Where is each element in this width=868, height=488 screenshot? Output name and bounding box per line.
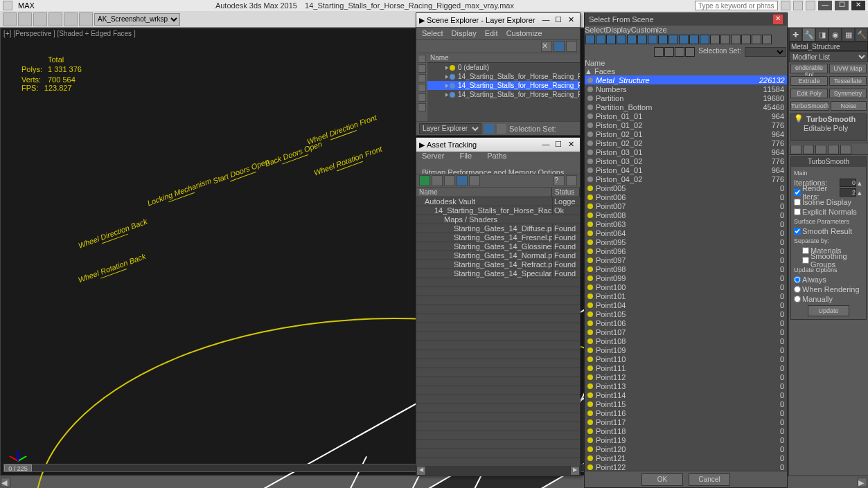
update-manual-radio[interactable] — [794, 296, 801, 302]
object-row[interactable]: Point1010 — [585, 291, 787, 300]
layer-row[interactable]: 14_Starting_Stalls_for_Horse_Racing_Rigg… — [427, 72, 580, 81]
refresh-icon[interactable] — [419, 175, 430, 186]
object-row[interactable]: Point1180 — [585, 426, 787, 435]
materials-check[interactable] — [802, 247, 809, 254]
object-row[interactable]: Point0080 — [585, 210, 787, 219]
object-row[interactable]: Point1050 — [585, 309, 787, 318]
tab-create[interactable]: ✚ — [789, 28, 802, 42]
update-button[interactable]: Update — [808, 305, 849, 316]
object-row[interactable]: Point1160 — [585, 408, 787, 417]
filter-geom-icon[interactable] — [418, 55, 426, 63]
save-icon[interactable] — [33, 12, 47, 26]
filter-icon[interactable] — [668, 35, 678, 44]
object-row[interactable]: Point0970 — [585, 255, 787, 264]
object-row[interactable]: Piston_02_01964 — [585, 129, 787, 138]
filter-icon[interactable] — [596, 35, 605, 44]
explicit-check[interactable] — [794, 208, 801, 215]
undo-icon[interactable] — [48, 12, 62, 26]
star-icon[interactable] — [793, 1, 803, 10]
search-input[interactable] — [695, 1, 778, 10]
object-row[interactable]: Point0950 — [585, 237, 787, 246]
sort-icon[interactable] — [566, 41, 577, 52]
asset-row[interactable]: Starting_Gates_14_Specular.pngFound — [416, 269, 580, 278]
object-row[interactable]: Point0630 — [585, 219, 787, 228]
modifier-stack[interactable]: 💡TurboSmooth Editable Poly — [790, 114, 867, 141]
maximize-button[interactable]: ☐ — [835, 1, 849, 10]
filter-shape-icon[interactable] — [418, 64, 426, 73]
minimize-button[interactable]: — — [540, 140, 552, 150]
filter-light-icon[interactable] — [418, 74, 426, 82]
object-row[interactable]: Point0060 — [585, 192, 787, 201]
object-row[interactable]: Point1000 — [585, 282, 787, 291]
cancel-button[interactable]: Cancel — [689, 473, 730, 486]
modifier-list-select[interactable]: Modifier List — [789, 51, 868, 62]
object-row[interactable]: Point0640 — [585, 228, 787, 237]
bulb-icon[interactable]: 💡 — [794, 114, 804, 123]
help-icon[interactable]: ? — [553, 175, 565, 186]
object-row[interactable]: Piston_04_01964 — [585, 165, 787, 174]
icon[interactable] — [432, 175, 443, 186]
ok-button[interactable]: OK — [641, 473, 683, 486]
filter-icon[interactable] — [617, 35, 626, 44]
scroll-left-icon[interactable]: ◀ — [1, 478, 10, 487]
unique-icon[interactable] — [815, 145, 826, 154]
asset-row[interactable]: Starting_Gates_14_Diffuse.pngFound — [416, 224, 580, 233]
col-name[interactable]: Name — [427, 53, 580, 62]
maximize-button[interactable]: ☐ — [552, 140, 565, 150]
col-name[interactable]: Name — [416, 188, 552, 197]
new-icon[interactable] — [3, 12, 17, 26]
object-row[interactable]: Point1080 — [585, 336, 787, 345]
mod-btn[interactable]: enderable Spl — [790, 64, 828, 73]
col-name[interactable]: Name — [585, 59, 787, 67]
object-row[interactable]: Point0070 — [585, 201, 787, 210]
menu-display[interactable]: Display — [606, 26, 631, 34]
object-row[interactable]: Partition19680 — [585, 93, 787, 102]
render-iters-field[interactable] — [840, 188, 856, 197]
mod-btn[interactable]: Extrude — [790, 76, 828, 86]
update-always-radio[interactable] — [794, 276, 801, 283]
update-render-radio[interactable] — [794, 286, 801, 293]
menu-display[interactable]: Display — [452, 29, 477, 37]
object-row[interactable]: Point0990 — [585, 273, 787, 282]
object-row[interactable]: Point1090 — [585, 345, 787, 354]
lock-icon[interactable] — [484, 124, 494, 134]
toolbar-icon[interactable] — [664, 47, 674, 57]
scene-explorer-tree[interactable]: 0 (default)14_Starting_Stalls_for_Horse_… — [427, 63, 580, 121]
asset-row[interactable]: 14_Starting_Stalls_for_Horse_Racing_Rigg… — [416, 206, 580, 215]
object-row[interactable]: Point1220 — [585, 462, 787, 471]
link-icon[interactable] — [79, 12, 93, 26]
pin-stack-icon[interactable] — [790, 145, 801, 154]
asset-row[interactable]: Starting_Gates_14_Glossiness.pngFound — [416, 242, 580, 251]
filter-bone-icon[interactable] — [418, 103, 426, 111]
close-button[interactable]: ✕ — [851, 1, 865, 10]
tab-modify[interactable]: 🔧 — [802, 28, 815, 42]
object-row[interactable]: Piston_01_02776 — [585, 120, 787, 129]
object-row[interactable]: Point1140 — [585, 390, 787, 399]
layer-row[interactable]: 14_Starting_Stalls_for_Horse_Racing_Rigg… — [427, 81, 580, 90]
menu-select[interactable]: Select — [585, 26, 606, 34]
col-status[interactable]: Status — [552, 188, 580, 197]
help-icon[interactable] — [806, 1, 815, 10]
isoline-check[interactable] — [794, 199, 801, 206]
object-row[interactable]: Point0960 — [585, 246, 787, 255]
object-row[interactable]: Point1150 — [585, 399, 787, 408]
object-row[interactable]: Point0980 — [585, 264, 787, 273]
toolbar-icon[interactable] — [710, 35, 720, 44]
filter-icon[interactable] — [658, 35, 668, 44]
object-row[interactable]: Point1200 — [585, 444, 787, 453]
asset-row[interactable]: Starting_Gates_14_Normal.pngFound — [416, 251, 580, 260]
close-button[interactable]: ✕ — [773, 15, 783, 24]
icon[interactable] — [444, 175, 455, 186]
filter-icon[interactable] — [679, 35, 689, 44]
maximize-button[interactable]: ☐ — [552, 15, 565, 25]
mod-btn[interactable]: Edit Poly — [790, 89, 828, 98]
smooth-result-check[interactable] — [794, 228, 801, 235]
object-row[interactable]: Numbers11584 — [585, 84, 787, 93]
object-row[interactable]: Point1170 — [585, 417, 787, 426]
object-row[interactable]: Piston_01_01964 — [585, 111, 787, 120]
mod-btn[interactable]: Tessellate — [829, 76, 867, 86]
toolbar-icon[interactable] — [720, 35, 730, 44]
toolbar-icon[interactable] — [685, 47, 695, 57]
filter-icon[interactable] — [700, 35, 709, 44]
asset-tree[interactable]: Autodesk VaultLogge14_Starting_Stalls_fo… — [416, 197, 580, 476]
